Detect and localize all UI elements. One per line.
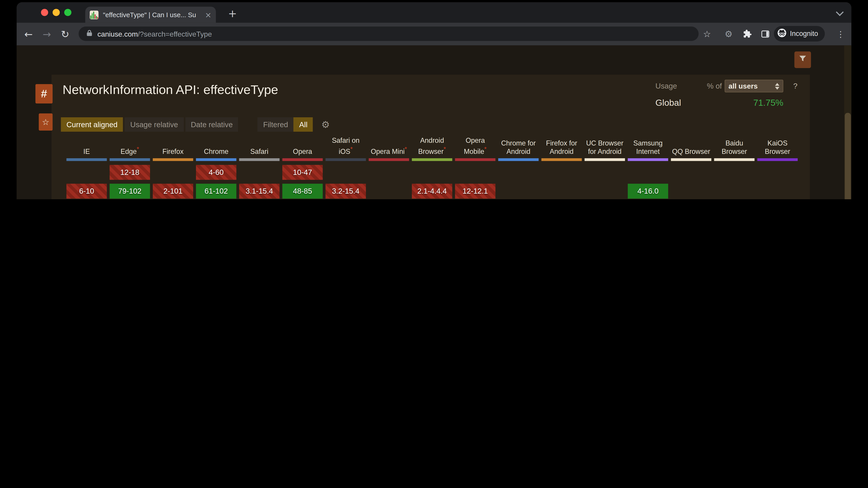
support-cell[interactable]: 6-10 [66,184,107,199]
feature-panel: # ☆ NetworkInformation API: effectiveTyp… [52,75,810,199]
favorite-star-button[interactable]: ☆ [39,113,53,131]
support-grid-rows: 12-184-6010-476-1079-1022-10161-1023.1-1… [66,165,798,199]
page-content: # ☆ NetworkInformation API: effectiveTyp… [17,45,851,199]
new-tab-button[interactable]: + [225,5,240,21]
url-domain: caniuse.com [97,30,138,38]
incognito-label: Incognito [790,30,818,37]
address-bar[interactable]: caniuse.com/?search=effectiveType [79,27,699,41]
browser-header: Samsung Internet [628,137,668,161]
brand-color-bar [757,158,798,161]
support-cell[interactable]: 10-47 [282,165,323,180]
empty-cell [498,184,539,199]
brand-color-bar [66,158,107,161]
brand-color-bar [585,158,625,161]
browser-name: Chrome for Android [498,140,539,156]
browser-note-asterisk: * [350,145,352,152]
reload-button[interactable]: ↻ [61,23,69,45]
support-cell[interactable]: 3.2-15.4 [326,184,366,199]
browser-header: Opera Mobile* [455,137,495,161]
browser-name: Opera [282,148,323,156]
browser-tab[interactable]: "effectiveType" | Can I use... Su × [85,6,216,23]
empty-cell [66,165,107,180]
brand-color-bar [455,158,495,161]
side-panel-icon[interactable] [761,23,770,45]
support-cell[interactable]: 61-102 [196,184,237,199]
usage-help-icon[interactable]: ? [793,82,797,90]
funnel-icon [798,54,807,65]
empty-cell [585,165,625,180]
support-cell[interactable]: 2.1-4.4.4 [412,184,452,199]
brand-color-bar [541,158,582,161]
support-cell[interactable]: 12-18 [110,165,150,180]
brand-color-bar [671,158,711,161]
browser-name: Edge* [110,145,150,156]
browser-header: Firefox [153,137,193,161]
empty-cell [369,184,409,199]
browser-name: Samsung Internet [628,140,668,156]
browser-name: Safari on iOS* [326,137,366,156]
browser-header: Chrome for Android [498,137,539,161]
support-cell[interactable]: 2-101 [153,184,193,199]
browser-header: Baidu Browser [714,137,754,161]
tab-search-chevron-icon[interactable] [836,8,844,16]
browser-header: Firefox for Android [541,137,582,161]
browser-window: "effectiveType" | Can I use... Su × + ← … [17,2,851,199]
view-controls: Current aligned Usage relative Date rela… [61,117,330,132]
page-scrollbar[interactable] [844,45,851,199]
support-cell[interactable]: 12-12.1 [455,184,495,199]
back-button[interactable]: ← [24,23,33,45]
browser-name: Opera Mini* [369,145,409,156]
browser-note-asterisk: * [405,145,407,152]
support-cell[interactable]: 48-85 [282,184,323,199]
overflow-menu-icon[interactable]: ⋮ [836,23,845,45]
lock-icon[interactable] [86,29,92,39]
extension-gear-icon[interactable]: ⚙ [725,23,733,45]
brand-color-bar [369,158,409,161]
support-cell[interactable]: 79-102 [110,184,150,199]
support-grid-header: IEEdge*FirefoxChromeSafariOperaSafari on… [66,137,798,161]
forward-button[interactable]: → [43,23,51,45]
global-label: Global [655,98,681,108]
empty-cell [498,165,539,180]
settings-gear-icon[interactable]: ⚙ [321,119,330,130]
empty-cell [585,184,625,199]
support-cell[interactable]: 4-16.0 [628,184,668,199]
empty-cell [455,165,495,180]
close-tab-icon[interactable]: × [205,10,212,19]
empty-cell [326,165,366,180]
bookmark-star-icon[interactable]: ☆ [703,23,711,45]
browser-note-asterisk: * [443,145,446,152]
filter-button[interactable] [794,52,811,68]
browser-header: IE [66,137,107,161]
empty-cell [671,184,711,199]
empty-cell [541,165,582,180]
current-aligned-button[interactable]: Current aligned [61,117,123,132]
scrollbar-thumb[interactable] [845,113,851,199]
empty-cell [757,165,798,180]
support-cell[interactable]: 3.1-15.4 [239,184,280,199]
traffic-light-minimize[interactable] [53,9,60,16]
feature-title: NetworkInformation API: effectiveType [63,83,278,97]
usage-scope-select[interactable]: all users [725,80,783,92]
browser-note-asterisk: * [137,145,139,152]
url-text: caniuse.com/?search=effectiveType [97,30,212,38]
traffic-light-zoom[interactable] [64,9,71,16]
empty-cell [757,184,798,199]
date-relative-button[interactable]: Date relative [185,117,238,132]
permalink-button[interactable]: # [35,84,53,103]
brand-color-bar [239,158,280,161]
percent-of-label: % of [707,82,722,90]
extensions-puzzle-icon[interactable] [743,23,752,45]
support-table: IEEdge*FirefoxChromeSafariOperaSafari on… [66,137,798,199]
usage-relative-button[interactable]: Usage relative [125,117,184,132]
browser-header: Edge* [110,137,150,161]
empty-cell [153,165,193,180]
support-cell[interactable]: 4-60 [196,165,237,180]
empty-cell [714,184,754,199]
browser-name: Firefox for Android [541,140,582,156]
empty-cell [541,184,582,199]
empty-cell [714,165,754,180]
filtered-button[interactable]: Filtered [258,117,293,132]
traffic-light-close[interactable] [41,9,48,16]
filter-all-button[interactable]: All [293,117,313,132]
